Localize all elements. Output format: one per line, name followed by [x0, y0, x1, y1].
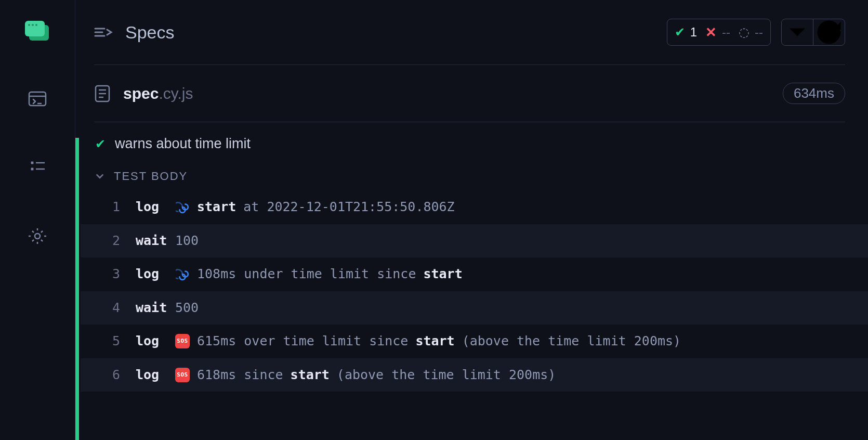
command-token-bold: start	[197, 199, 236, 216]
sos-icon: SOS	[175, 334, 190, 348]
command-row[interactable]: 1logstartat 2022-12-01T21:55:50.806Z	[81, 190, 868, 224]
svg-point-9	[35, 234, 40, 239]
run-controls	[781, 19, 845, 46]
test-title: warns about time limit	[115, 136, 251, 152]
line-number: 3	[101, 266, 123, 283]
page-title: Specs	[125, 22, 175, 43]
command-message: startat 2022-12-01T21:55:50.806Z	[175, 199, 856, 216]
collapse-icon[interactable]	[94, 26, 113, 38]
sos-icon: SOS	[175, 368, 190, 382]
spec-header[interactable]: spec.cy.js 634ms	[75, 65, 868, 122]
command-name: log	[123, 333, 175, 350]
sidebar	[0, 0, 75, 440]
command-row[interactable]: 4wait500	[81, 291, 868, 325]
stats-failed-value: --	[722, 25, 730, 40]
command-token: (above the time limit 200ms)	[337, 367, 556, 384]
main-panel: Specs ✔ 1 ✕ -- ◌ --	[75, 0, 868, 440]
command-message: 100	[175, 232, 856, 250]
command-token: 100	[175, 232, 199, 250]
command-row[interactable]: 5logSOS615ms over time limit sincestart(…	[81, 325, 868, 358]
command-token: 618ms since	[197, 367, 283, 384]
command-row[interactable]: 3log108ms under time limit sincestart	[81, 257, 868, 291]
command-token: at 2022-12-01T21:55:50.806Z	[243, 199, 454, 216]
line-number: 5	[101, 333, 123, 350]
stats-failed: ✕ --	[705, 24, 730, 41]
check-icon: ✔	[95, 137, 106, 151]
spec-basename: spec	[123, 85, 159, 102]
command-token-bold: start	[415, 333, 454, 350]
test-body-toggle[interactable]: TEST BODY	[81, 157, 868, 190]
command-name: log	[123, 266, 175, 283]
cyclone-icon	[175, 200, 190, 214]
file-icon	[94, 84, 111, 103]
command-token: (above the time limit 200ms)	[462, 333, 681, 350]
command-name: log	[123, 199, 175, 216]
command-message: 500	[175, 300, 856, 317]
command-name: wait	[123, 232, 175, 250]
spec-extension: .cy.js	[159, 85, 193, 102]
command-name: log	[123, 367, 175, 384]
x-icon: ✕	[705, 24, 717, 41]
command-token-bold: start	[423, 266, 462, 283]
command-row[interactable]: 6logSOS618ms sincestart(above the time l…	[81, 358, 868, 392]
pass-accent-bar	[75, 138, 79, 440]
command-token-bold: start	[291, 367, 330, 384]
test-section-title: TEST BODY	[114, 170, 188, 183]
stats-passed: ✔ 1	[675, 25, 697, 40]
run-stats: ✔ 1 ✕ -- ◌ --	[667, 19, 771, 46]
command-token: 615ms over time limit since	[197, 333, 408, 350]
command-message: 108ms under time limit sincestart	[175, 266, 856, 283]
reload-button[interactable]	[813, 19, 845, 45]
stats-pending-value: --	[755, 25, 763, 40]
expand-button[interactable]	[782, 19, 813, 45]
app-logo[interactable]	[25, 21, 50, 42]
chevron-down-icon	[94, 171, 106, 182]
command-row[interactable]: 2wait100	[81, 224, 868, 258]
stats-pending: ◌ --	[739, 25, 763, 40]
sidebar-item-debug[interactable]	[26, 156, 49, 179]
line-number: 1	[101, 199, 123, 216]
spec-duration: 634ms	[783, 83, 845, 104]
cyclone-icon	[175, 267, 190, 281]
command-log: 1logstartat 2022-12-01T21:55:50.806Z2wai…	[81, 190, 868, 392]
test-title-row[interactable]: ✔ warns about time limit	[81, 122, 868, 157]
command-message: SOS618ms sincestart(above the time limit…	[175, 367, 856, 384]
command-token: 108ms under time limit since	[197, 266, 416, 283]
sidebar-item-runner[interactable]	[26, 87, 49, 110]
line-number: 2	[101, 232, 123, 250]
topbar: Specs ✔ 1 ✕ -- ◌ --	[75, 0, 868, 64]
stats-passed-value: 1	[690, 25, 697, 40]
line-number: 6	[101, 367, 123, 384]
command-name: wait	[123, 300, 175, 317]
sidebar-item-settings[interactable]	[26, 225, 49, 248]
command-message: SOS615ms over time limit sincestart(abov…	[175, 333, 856, 350]
spec-filename: spec.cy.js	[123, 85, 193, 102]
line-number: 4	[101, 300, 123, 317]
command-token: 500	[175, 300, 199, 317]
pending-icon: ◌	[739, 25, 749, 40]
check-icon: ✔	[675, 25, 685, 40]
